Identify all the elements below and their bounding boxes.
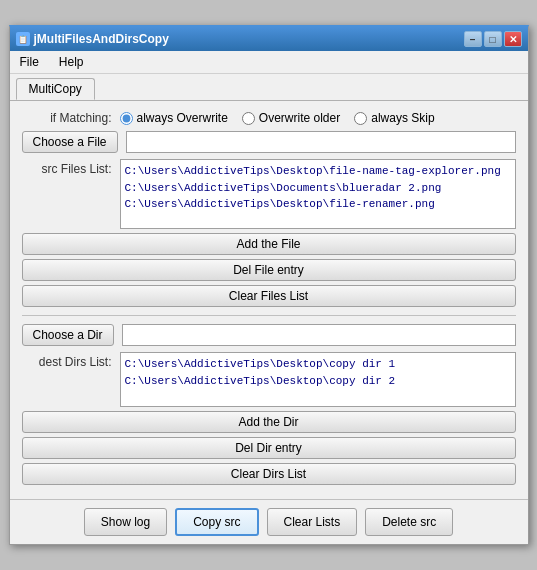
close-button[interactable]: ✕ xyxy=(504,31,522,47)
radio-always-overwrite[interactable]: always Overwrite xyxy=(120,111,228,125)
app-icon: 📋 xyxy=(16,32,30,46)
clear-dirs-button[interactable]: Clear Dirs List xyxy=(22,463,516,485)
radio-group: always Overwrite Overwrite older always … xyxy=(120,111,516,125)
choose-file-button[interactable]: Choose a File xyxy=(22,131,118,153)
add-file-button[interactable]: Add the File xyxy=(22,233,516,255)
src-files-label: src Files List: xyxy=(22,159,112,176)
title-bar-left: 📋 jMultiFilesAndDirsCopy xyxy=(16,32,169,46)
separator xyxy=(22,315,516,316)
dest-dirs-area: dest Dirs List: C:\Users\AddictiveTips\D… xyxy=(22,352,516,407)
radio-always-skip-label: always Skip xyxy=(371,111,434,125)
tab-multicopy[interactable]: MultiCopy xyxy=(16,78,95,100)
choose-file-input[interactable] xyxy=(126,131,516,153)
title-bar: 📋 jMultiFilesAndDirsCopy – □ ✕ xyxy=(10,27,528,51)
window-title: jMultiFilesAndDirsCopy xyxy=(34,32,169,46)
main-window: 📋 jMultiFilesAndDirsCopy – □ ✕ File Help… xyxy=(9,25,529,545)
src-files-list[interactable]: C:\Users\AddictiveTips\Desktop\file-name… xyxy=(120,159,516,229)
radio-overwrite-older-label: Overwrite older xyxy=(259,111,340,125)
dest-dirs-list[interactable]: C:\Users\AddictiveTips\Desktop\copy dir … xyxy=(120,352,516,407)
title-bar-controls: – □ ✕ xyxy=(464,31,522,47)
choose-dir-row: Choose a Dir xyxy=(22,324,516,346)
minimize-button[interactable]: – xyxy=(464,31,482,47)
radio-overwrite-older[interactable]: Overwrite older xyxy=(242,111,340,125)
delete-src-button[interactable]: Delete src xyxy=(365,508,453,536)
copy-src-button[interactable]: Copy src xyxy=(175,508,258,536)
radio-always-overwrite-label: always Overwrite xyxy=(137,111,228,125)
src-file-item-2: C:\Users\AddictiveTips\Desktop\file-rena… xyxy=(125,196,511,213)
radio-always-skip[interactable]: always Skip xyxy=(354,111,434,125)
clear-lists-button[interactable]: Clear Lists xyxy=(267,508,358,536)
choose-dir-input[interactable] xyxy=(122,324,516,346)
clear-files-button[interactable]: Clear Files List xyxy=(22,285,516,307)
src-files-area: src Files List: C:\Users\AddictiveTips\D… xyxy=(22,159,516,229)
dest-dir-item-1: C:\Users\AddictiveTips\Desktop\copy dir … xyxy=(125,373,511,390)
del-file-button[interactable]: Del File entry xyxy=(22,259,516,281)
add-dir-button[interactable]: Add the Dir xyxy=(22,411,516,433)
menu-bar: File Help xyxy=(10,51,528,74)
maximize-button[interactable]: □ xyxy=(484,31,502,47)
choose-file-row: Choose a File xyxy=(22,131,516,153)
choose-dir-button[interactable]: Choose a Dir xyxy=(22,324,114,346)
del-dir-button[interactable]: Del Dir entry xyxy=(22,437,516,459)
show-log-button[interactable]: Show log xyxy=(84,508,167,536)
matching-row: if Matching: always Overwrite Overwrite … xyxy=(22,111,516,125)
bottom-bar: Show log Copy src Clear Lists Delete src xyxy=(10,499,528,544)
src-file-item-1: C:\Users\AddictiveTips\Documents\bluerad… xyxy=(125,180,511,197)
menu-file[interactable]: File xyxy=(16,53,43,71)
main-content: if Matching: always Overwrite Overwrite … xyxy=(10,100,528,499)
dest-dir-item-0: C:\Users\AddictiveTips\Desktop\copy dir … xyxy=(125,356,511,373)
file-buttons: Add the File Del File entry Clear Files … xyxy=(22,233,516,307)
src-file-item-0: C:\Users\AddictiveTips\Desktop\file-name… xyxy=(125,163,511,180)
dest-dirs-label: dest Dirs List: xyxy=(22,352,112,369)
dir-buttons: Add the Dir Del Dir entry Clear Dirs Lis… xyxy=(22,411,516,485)
matching-label: if Matching: xyxy=(22,111,112,125)
menu-help[interactable]: Help xyxy=(55,53,88,71)
tabs: MultiCopy xyxy=(10,74,528,100)
